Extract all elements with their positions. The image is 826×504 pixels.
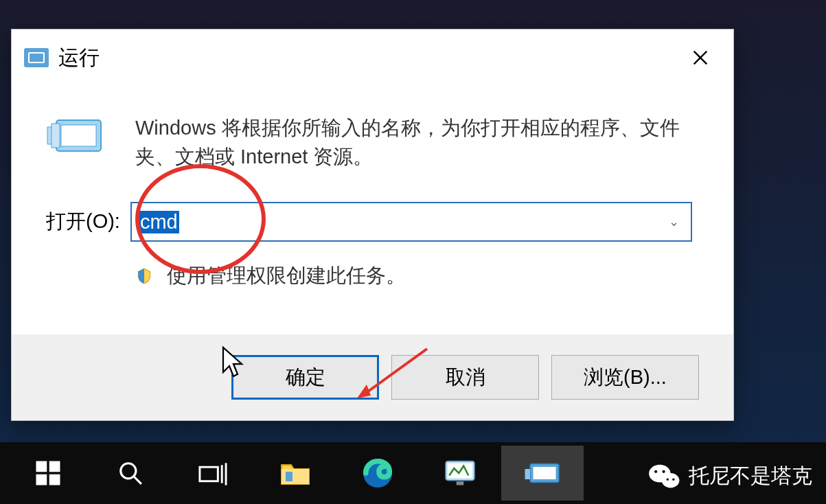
svg-point-25 — [654, 470, 657, 472]
taskbar-file-explorer[interactable] — [254, 446, 336, 501]
close-button[interactable] — [680, 37, 721, 78]
taskbar-edge[interactable] — [336, 446, 419, 501]
taskbar-task-view[interactable] — [172, 446, 254, 501]
edge-icon — [362, 457, 393, 489]
svg-rect-16 — [286, 472, 292, 481]
desktop: 运行 Windows 将根据你所输入的名称，为你打开相应的程序、文件夹、文档或 … — [0, 0, 826, 504]
titlebar[interactable]: 运行 — [12, 30, 733, 86]
dialog-body: Windows 将根据你所输入的名称，为你打开相应的程序、文件夹、文档或 Int… — [12, 86, 733, 290]
dialog-description: Windows 将根据你所输入的名称，为你打开相应的程序、文件夹、文档或 Int… — [135, 113, 692, 171]
run-titlebar-icon — [24, 48, 49, 67]
shield-icon — [135, 267, 153, 285]
svg-point-26 — [662, 470, 665, 472]
svg-rect-3 — [61, 125, 96, 146]
taskbar-search[interactable] — [89, 446, 172, 501]
admin-note-text: 使用管理权限创建此任务。 — [167, 262, 406, 290]
info-row: Windows 将根据你所输入的名称，为你打开相应的程序、文件夹、文档或 Int… — [46, 113, 692, 171]
svg-point-10 — [121, 463, 136, 479]
open-input-value[interactable]: cmd — [139, 211, 179, 233]
cancel-button[interactable]: 取消 — [391, 355, 539, 400]
search-icon — [117, 460, 144, 486]
svg-rect-7 — [49, 461, 60, 472]
svg-rect-8 — [36, 474, 47, 485]
run-icon — [46, 113, 108, 154]
watermark: 托尼不是塔克 — [649, 462, 812, 490]
open-input-row: 打开(O): cmd ⌄ — [46, 202, 692, 242]
svg-point-28 — [672, 478, 674, 480]
svg-rect-12 — [200, 467, 218, 481]
open-label: 打开(O): — [46, 208, 120, 236]
task-view-icon — [198, 460, 228, 486]
watermark-text: 托尼不是塔克 — [689, 462, 812, 490]
svg-rect-9 — [49, 474, 60, 485]
open-combobox[interactable]: cmd ⌄ — [130, 202, 692, 242]
wechat-icon — [649, 463, 680, 490]
button-bar: 确定 取消 浏览(B)... — [12, 334, 733, 420]
dialog-title: 运行 — [58, 44, 100, 72]
svg-point-27 — [667, 478, 669, 480]
svg-point-24 — [662, 473, 680, 488]
run-dialog: 运行 Windows 将根据你所输入的名称，为你打开相应的程序、文件夹、文档或 … — [11, 29, 734, 421]
ok-button[interactable]: 确定 — [231, 355, 379, 400]
svg-rect-22 — [534, 467, 556, 479]
svg-line-11 — [134, 477, 141, 484]
svg-rect-20 — [457, 481, 464, 485]
taskbar-monitor[interactable] — [419, 446, 501, 501]
monitor-icon — [443, 459, 477, 488]
svg-rect-6 — [36, 461, 47, 472]
chevron-down-icon[interactable]: ⌄ — [663, 214, 684, 229]
windows-icon — [34, 459, 62, 488]
taskbar-run[interactable] — [501, 446, 584, 501]
admin-note-row: 使用管理权限创建此任务。 — [135, 262, 692, 290]
taskbar-start[interactable] — [7, 446, 89, 501]
run-taskbar-icon — [524, 460, 561, 486]
folder-icon — [279, 459, 312, 487]
browse-button[interactable]: 浏览(B)... — [551, 355, 699, 400]
close-icon — [691, 48, 710, 67]
